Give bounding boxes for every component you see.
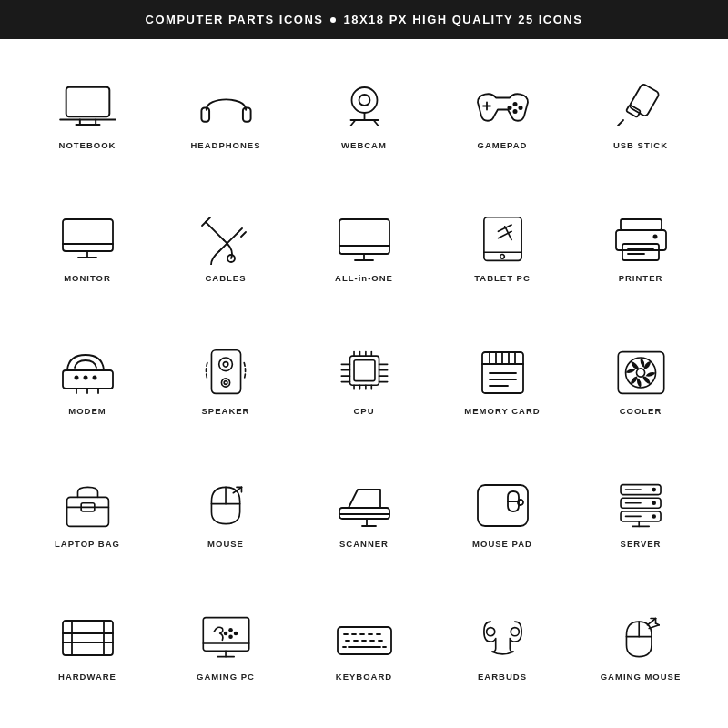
svg-rect-19 (628, 84, 659, 117)
svg-point-145 (486, 628, 494, 636)
svg-line-30 (219, 233, 238, 251)
icon-cell-server: SERVER (571, 447, 710, 580)
icon-cell-notebook: NOTEBOOK (18, 48, 157, 181)
icon-cell-gaming-pc: GAMING PC (157, 580, 295, 713)
svg-point-58 (223, 362, 228, 368)
hardware-label: HARDWARE (58, 672, 116, 682)
svg-point-91 (636, 369, 644, 377)
svg-point-39 (500, 255, 504, 259)
speaker-icon (194, 346, 258, 400)
modem-label: MODEM (68, 406, 106, 416)
svg-point-111 (652, 500, 656, 505)
laptop-bag-icon (56, 479, 119, 533)
svg-rect-45 (622, 244, 659, 260)
cooler-icon (609, 346, 672, 400)
hardware-icon (56, 612, 119, 666)
svg-rect-6 (242, 108, 250, 122)
header-dot (330, 17, 336, 23)
earbuds-icon (470, 612, 534, 666)
icon-cell-mouse-pad: MOUSE PAD (433, 447, 571, 580)
laptop-bag-label: LAPTOP BAG (55, 539, 120, 549)
svg-rect-22 (63, 219, 113, 251)
svg-point-50 (74, 376, 78, 380)
header-subtitle: 18X18 PX HIGH QUALITY 25 ICONS (343, 13, 582, 26)
svg-rect-43 (621, 219, 662, 230)
svg-point-130 (228, 634, 233, 639)
tablet-pc-label: TABLET PC (474, 273, 531, 283)
gaming-mouse-label: GAMING MOUSE (601, 672, 682, 682)
icon-cell-mouse: MOUSE (157, 447, 295, 580)
gaming-mouse-icon (609, 612, 672, 666)
scanner-label: SCANNER (339, 539, 389, 549)
header: COMPUTER PARTS ICONS 18X18 PX HIGH QUALI… (0, 0, 728, 39)
keyboard-icon (332, 612, 396, 666)
usb-stick-icon (609, 80, 672, 135)
svg-line-42 (504, 227, 511, 240)
memory-card-label: MEMORY CARD (464, 406, 540, 416)
gamepad-label: GAMEPAD (478, 140, 528, 150)
svg-point-52 (92, 376, 96, 380)
mouse-pad-icon (470, 479, 534, 533)
svg-line-26 (206, 222, 224, 240)
speaker-label: SPEAKER (202, 406, 250, 416)
svg-point-110 (652, 488, 656, 492)
svg-rect-49 (63, 370, 113, 389)
svg-line-152 (649, 625, 659, 629)
cpu-label: CPU (353, 406, 374, 416)
icon-cell-gamepad: GAMEPAD (433, 48, 571, 181)
icon-cell-tablet-pc: TABLET PC (433, 181, 571, 314)
svg-rect-5 (201, 108, 209, 122)
svg-point-112 (652, 514, 656, 519)
headphones-label: HEADPHONES (190, 140, 260, 150)
gaming-pc-icon (194, 612, 258, 666)
icon-cell-monitor: MONITOR (18, 181, 157, 314)
svg-point-57 (218, 358, 232, 371)
icon-cell-cables: CABLES (157, 181, 295, 314)
icon-cell-usb-stick: USB STICK (571, 48, 710, 181)
icon-cell-cpu: CPU (295, 314, 433, 447)
mouse-pad-label: MOUSE PAD (472, 539, 532, 549)
printer-icon (609, 213, 672, 268)
icon-cell-hardware: HARDWARE (18, 580, 157, 713)
svg-point-8 (359, 95, 369, 106)
server-label: SERVER (621, 539, 662, 549)
icon-cell-speaker: SPEAKER (157, 314, 295, 447)
header-title: COMPUTER PARTS ICONS (146, 13, 324, 26)
icon-cell-earbuds: EARBUDS (433, 580, 571, 713)
modem-icon (56, 346, 119, 400)
svg-line-153 (655, 623, 659, 625)
scanner-icon (332, 479, 396, 533)
svg-line-149 (647, 619, 655, 625)
webcam-label: WEBCAM (341, 140, 387, 150)
icon-cell-keyboard: KEYBOARD (295, 580, 433, 713)
icon-cell-webcam: WEBCAM (295, 48, 433, 181)
svg-point-128 (233, 632, 238, 636)
svg-point-48 (652, 235, 657, 239)
icon-cell-laptop-bag: LAPTOP BAG (18, 447, 157, 580)
cooler-label: COOLER (620, 406, 662, 416)
cables-icon (194, 213, 258, 268)
svg-point-18 (512, 109, 517, 114)
svg-line-21 (618, 120, 623, 126)
server-icon (609, 479, 672, 533)
svg-point-15 (512, 102, 517, 106)
monitor-label: MONITOR (64, 273, 111, 283)
icon-cell-gaming-mouse: GAMING MOUSE (571, 580, 710, 713)
svg-rect-118 (63, 621, 113, 655)
svg-rect-20 (625, 105, 640, 117)
all-in-one-label: ALL-in-ONE (335, 273, 393, 283)
svg-point-16 (518, 106, 522, 110)
mouse-label: MOUSE (207, 539, 244, 549)
icons-grid: NOTEBOOK HEADPHONES WEBCAM (0, 39, 728, 722)
svg-point-51 (83, 376, 87, 380)
gamepad-icon (470, 80, 534, 135)
svg-rect-0 (66, 87, 109, 116)
gaming-pc-label: GAMING PC (197, 672, 255, 682)
svg-point-146 (511, 628, 519, 636)
notebook-icon (56, 80, 119, 135)
icon-cell-modem: MODEM (18, 314, 157, 447)
svg-point-59 (221, 379, 229, 387)
svg-rect-100 (339, 508, 389, 519)
svg-line-32 (241, 232, 246, 237)
svg-rect-33 (339, 219, 389, 254)
